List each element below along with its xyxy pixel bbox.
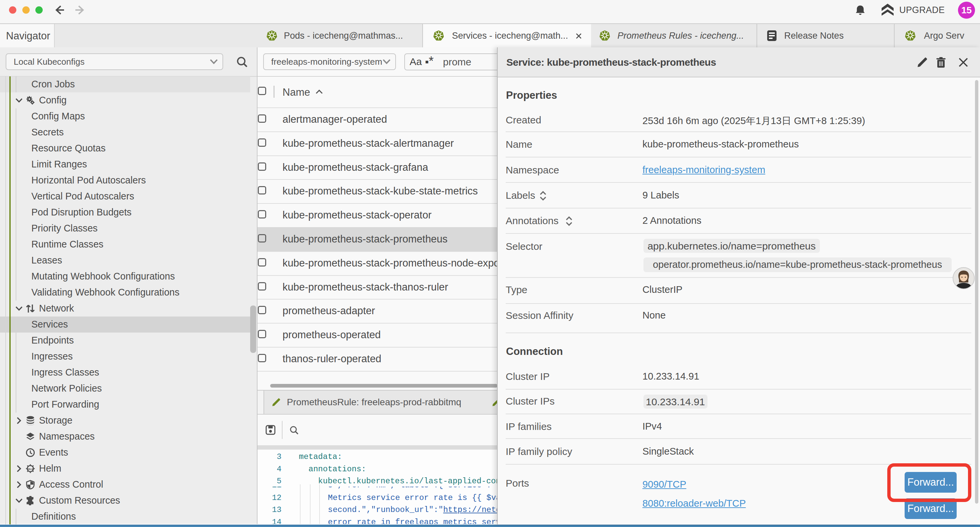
svg-text:HELM: HELM [27, 468, 33, 470]
